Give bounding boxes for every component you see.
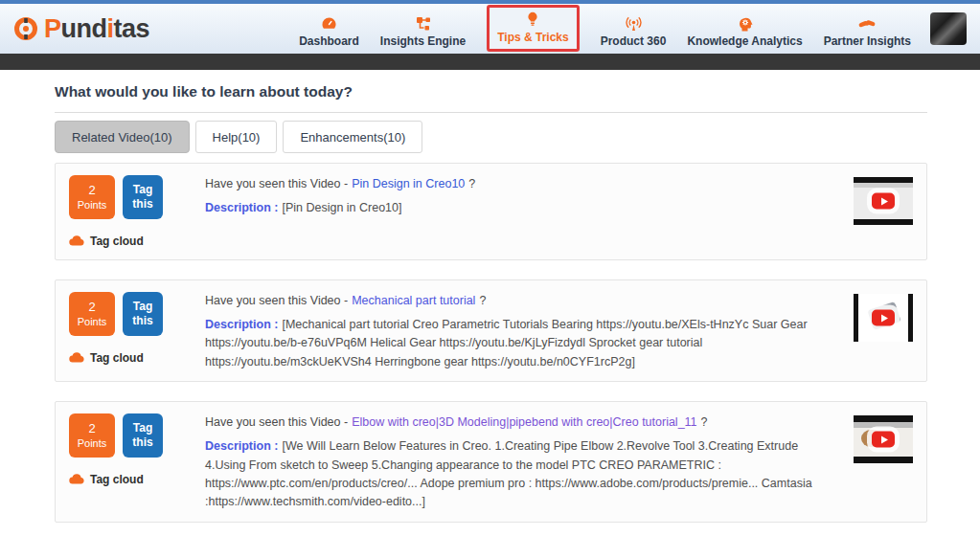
video-card: 2 Points Tag this Tag cloud [55, 163, 927, 260]
nav-label: Insights Engine [380, 34, 466, 48]
brand-name: Punditas [44, 14, 149, 44]
points-badge: 2 Points [69, 292, 115, 336]
head-gear-icon [738, 15, 753, 33]
tag-this-button[interactable]: Tag this [123, 413, 163, 458]
video-thumbnail[interactable] [854, 294, 913, 342]
video-question-line: Have you seen this Video -Mechanical par… [205, 294, 827, 307]
nav-item-dashboard[interactable]: Dashboard [299, 15, 359, 54]
card-badges: 2 Points Tag this Tag cloud [69, 413, 192, 512]
video-title-link[interactable]: Pin Design in Creo10 [352, 177, 465, 190]
video-thumbnail[interactable] [854, 415, 913, 463]
video-thumbnail[interactable] [854, 177, 913, 225]
nav-label: Partner Insights [824, 34, 911, 48]
user-avatar[interactable] [930, 12, 967, 45]
video-question-line: Have you seen this Video -Pin Design in … [205, 177, 827, 190]
nav-item-partner-insights[interactable]: Partner Insights [824, 15, 911, 54]
tab-enhancements[interactable]: Enhancements(10) [283, 121, 422, 153]
lightbulb-icon [526, 11, 539, 29]
video-card: 2 Points Tag this Tag cloud [55, 279, 927, 382]
nav-label: Product 360 [601, 34, 667, 48]
nav-item-insights-engine[interactable]: Insights Engine [380, 15, 466, 54]
card-body: Have you seen this Video -Elbow with cre… [192, 413, 854, 512]
punditas-logo[interactable]: Punditas [13, 14, 149, 44]
video-title-link[interactable]: Elbow with creo|3D Modeling|pipebend wit… [352, 415, 696, 429]
video-question-line: Have you seen this Video -Elbow with cre… [205, 415, 827, 429]
nav-label: Tips & Tricks [497, 31, 568, 44]
handshake-icon [858, 15, 876, 33]
main-content: What would you like to learn about today… [0, 70, 980, 536]
video-description: Description :[We Will Learn Below Featur… [205, 437, 827, 512]
youtube-play-icon [872, 193, 895, 210]
header-divider-bar [0, 54, 980, 70]
nav-label: Dashboard [299, 34, 359, 48]
tag-this-button[interactable]: Tag this [123, 175, 163, 219]
main-nav: Dashboard Insights Engine T [299, 5, 911, 54]
video-description: Description :[Pin Design in Creo10] [205, 199, 827, 217]
youtube-play-icon [872, 310, 895, 326]
video-card-list: 2 Points Tag this Tag cloud [55, 163, 927, 536]
page-title: What would you like to learn about today… [55, 83, 927, 100]
podcast-icon [626, 15, 642, 33]
video-card: 2 Points Tag this Tag cloud [55, 401, 927, 523]
points-badge: 2 Points [69, 175, 115, 219]
cloud-icon [69, 349, 85, 367]
punditas-logo-icon [13, 20, 38, 37]
video-title-link[interactable]: Mechanical part tutorial [352, 294, 475, 307]
card-badges: 2 Points Tag this Tag cloud [69, 292, 192, 371]
app-header: Punditas Dashboard Insights Engine [0, 4, 980, 54]
tag-this-button[interactable]: Tag this [123, 292, 163, 336]
card-body: Have you seen this Video -Mechanical par… [192, 292, 854, 371]
tag-cloud-toggle[interactable]: Tag cloud [69, 471, 192, 488]
cloud-icon [69, 233, 85, 250]
cloud-icon [69, 471, 85, 488]
nav-item-product-360[interactable]: Product 360 [601, 15, 667, 54]
tab-help[interactable]: Help(10) [195, 121, 278, 153]
youtube-play-icon [872, 432, 895, 448]
tab-related-video[interactable]: Related Video(10) [55, 121, 190, 153]
tab-bar: Related Video(10) Help(10) Enhancements(… [55, 121, 927, 153]
card-body: Have you seen this Video -Pin Design in … [192, 175, 854, 250]
tag-cloud-toggle[interactable]: Tag cloud [69, 233, 192, 250]
video-description: Description :[Mechanical part tutorial C… [205, 316, 827, 371]
points-badge: 2 Points [69, 413, 115, 458]
tag-cloud-toggle[interactable]: Tag cloud [69, 349, 192, 367]
nav-label: Knowledge Analytics [687, 34, 802, 48]
nav-item-knowledge-analytics[interactable]: Knowledge Analytics [687, 15, 802, 54]
card-badges: 2 Points Tag this Tag cloud [69, 175, 192, 250]
heading-divider [55, 112, 927, 113]
sitemap-icon [416, 15, 431, 33]
dashboard-icon [321, 15, 337, 33]
nav-item-tips-and-tricks[interactable]: Tips & Tricks [487, 5, 579, 52]
